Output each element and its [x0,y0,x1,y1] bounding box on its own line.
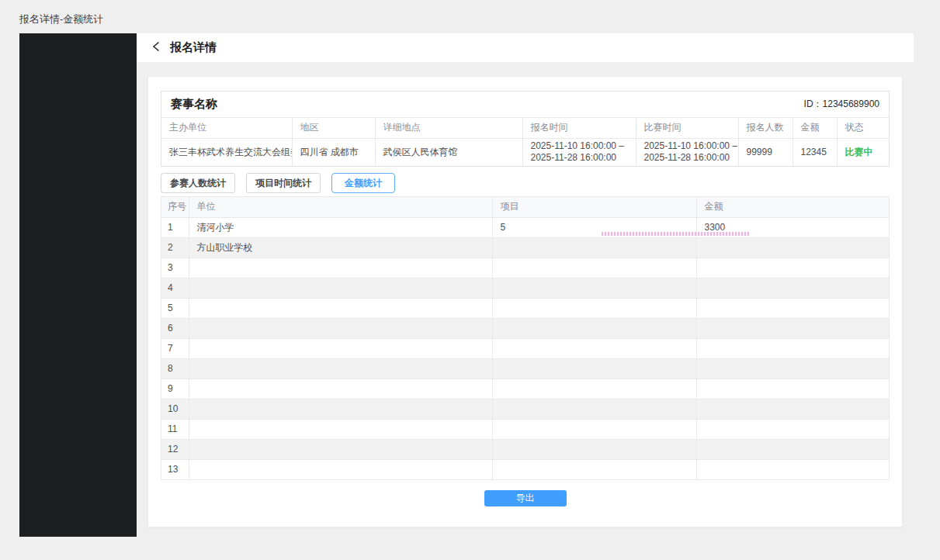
cell-project [492,459,696,479]
match-time-start: 2025-11-10 16:00:00 – [644,140,730,152]
cell-amount [696,419,889,439]
cell-no: 11 [161,419,189,439]
cell-amount [696,399,889,419]
event-card-title: 赛事名称 [171,97,217,112]
topbar: 报名详情 [137,33,914,62]
table-row: 10 [161,399,889,419]
cell-unit [189,338,492,358]
topbar-title: 报名详情 [170,40,217,55]
cell-no: 3 [161,258,189,278]
table-row: 6 [161,318,889,338]
cell-project: 5 [492,217,696,237]
cell-unit: 方山职业学校 [189,237,492,258]
cell-project [492,318,696,338]
cell-match-time: 2025-11-10 16:00:00 – 2025-11-28 16:00:0… [636,138,738,166]
page-title: 报名详情-金额统计 [19,12,103,26]
cell-project [492,379,696,399]
col-row-amount: 金额 [696,197,889,217]
cell-project [492,439,696,459]
cell-project [492,419,696,439]
table-row: 4 [161,278,889,298]
col-signup-time: 报名时间 [522,118,636,138]
table-row: 9 [161,379,889,399]
cell-unit [189,419,492,439]
cell-signup-time: 2025-11-10 16:00:00 – 2025-11-28 16:00:0… [522,138,636,166]
cell-unit: 清河小学 [189,217,492,237]
table-row: 5 [161,298,889,318]
chevron-left-icon [151,41,161,55]
cell-address: 武侯区人民体育馆 [375,138,522,166]
cell-unit [189,459,492,479]
cell-project [492,399,696,419]
event-info-card: 赛事名称 ID：12345689900 主办单位 地区 详细地点 报名时间 比赛… [161,91,890,167]
cell-no: 12 [161,439,189,459]
col-signup-count: 报名人数 [738,118,793,138]
cell-signup-count: 99999 [738,138,793,166]
match-time-end: 2025-11-28 16:00:00 [644,152,730,164]
cell-amount [696,318,889,338]
cell-amount [696,278,889,298]
tab-participant-count[interactable]: 参赛人数统计 [161,173,235,193]
table-row: 3 [161,258,889,278]
event-title-row: 赛事名称 ID：12345689900 [161,92,889,118]
export-button[interactable]: 导出 [484,490,567,506]
table-row: 7 [161,338,889,358]
cell-no: 10 [161,399,189,419]
cell-unit [189,379,492,399]
col-match-time: 比赛时间 [636,118,738,138]
event-header-row: 主办单位 地区 详细地点 报名时间 比赛时间 报名人数 金额 状态 [161,118,889,138]
cell-project [492,278,696,298]
cell-region: 四川省 成都市 [292,138,375,166]
cell-project [492,338,696,358]
sidebar [19,33,137,537]
cell-no: 9 [161,379,189,399]
cell-project [492,358,696,379]
stats-table-wrap: 序号 单位 项目 金额 1清河小学533002方山职业学校34567891011… [161,196,890,480]
stats-table-body: 1清河小学533002方山职业学校345678910111213 [161,217,889,479]
table-row: 13 [161,459,889,479]
cell-no: 1 [161,217,189,237]
cell-project [492,258,696,278]
cell-amount [696,338,889,358]
back-button[interactable] [151,41,161,55]
stats-header-row: 序号 单位 项目 金额 [161,197,889,217]
cell-amount [696,358,889,379]
col-organizer: 主办单位 [161,118,292,138]
content-panel: 赛事名称 ID：12345689900 主办单位 地区 详细地点 报名时间 比赛… [147,76,903,527]
cell-amount [696,237,889,258]
cell-amount: 3300 [696,217,889,237]
cell-project [492,237,696,258]
cell-status: 比赛中 [837,138,889,166]
cell-organizer: 张三丰杯武术养生交流大会组委会 [161,138,292,166]
event-id-label: ID： [804,99,823,109]
stats-tabs: 参赛人数统计 项目时间统计 金额统计 [161,173,890,193]
table-row: 11 [161,419,889,439]
cell-no: 2 [161,237,189,258]
col-amount: 金额 [793,118,837,138]
cell-amount: 12345 [793,138,837,166]
cell-no: 13 [161,459,189,479]
cell-amount [696,298,889,318]
cell-unit [189,399,492,419]
tab-project-time[interactable]: 项目时间统计 [246,173,321,193]
cell-no: 7 [161,338,189,358]
cell-project [492,298,696,318]
cell-no: 6 [161,318,189,338]
event-info-table: 主办单位 地区 详细地点 报名时间 比赛时间 报名人数 金额 状态 张三丰杯武术… [161,118,889,166]
cell-amount [696,459,889,479]
signup-time-end: 2025-11-28 16:00:00 [531,152,628,164]
table-row: 1清河小学53300 [161,217,889,237]
col-region: 地区 [292,118,375,138]
cell-unit [189,358,492,379]
table-row: 8 [161,358,889,379]
cell-unit [189,439,492,459]
table-row: 2方山职业学校 [161,237,889,258]
event-id: ID：12345689900 [804,98,879,111]
event-data-row: 张三丰杯武术养生交流大会组委会 四川省 成都市 武侯区人民体育馆 2025-11… [161,138,889,166]
signup-time-start: 2025-11-10 16:00:00 – [531,140,628,152]
cell-amount [696,258,889,278]
stats-table: 序号 单位 项目 金额 1清河小学533002方山职业学校34567891011… [161,197,889,480]
tab-amount[interactable]: 金额统计 [331,173,395,193]
cell-unit [189,258,492,278]
col-project: 项目 [492,197,696,217]
